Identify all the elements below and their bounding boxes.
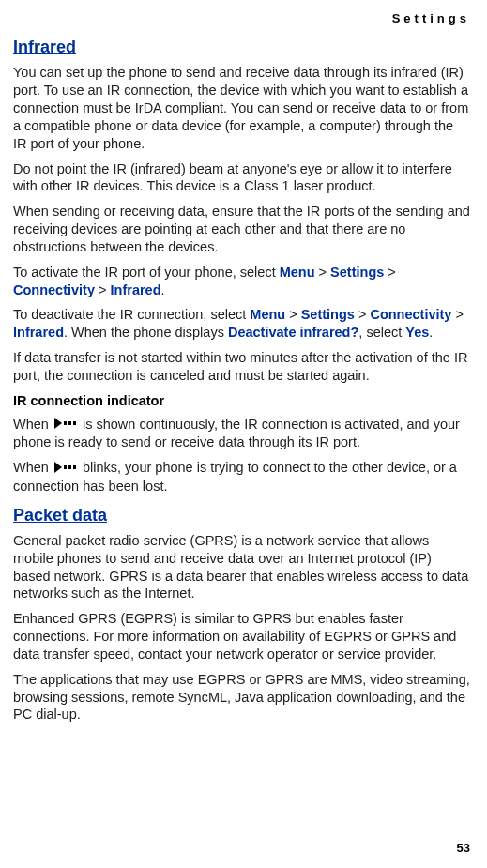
menu-path-menu: Menu [250,307,285,322]
ir-indicator-continuous: When is shown continuously, the IR conne… [13,416,470,451]
infrared-deactivate: To deactivate the IR connection, select … [13,306,470,342]
svg-rect-3 [73,421,76,425]
svg-marker-4 [54,462,62,473]
infrared-warning: Do not point the IR (infrared) beam at a… [13,160,470,196]
svg-rect-7 [73,465,76,469]
ir-indicator-heading: IR connection indicator [13,392,470,410]
menu-path-settings: Settings [301,307,355,322]
infrared-heading: Infrared [13,37,470,58]
text-suffix: . [161,282,165,297]
menu-path-infrared: Infrared [13,325,64,340]
svg-rect-1 [64,421,67,425]
sep: > [315,265,331,280]
menu-path-settings: Settings [330,265,384,280]
svg-rect-5 [64,465,67,469]
deactivate-prompt: Deactivate infrared? [228,325,358,340]
sep: > [95,282,111,297]
text-prefix: To deactivate the IR connection, select [13,307,250,322]
menu-path-menu: Menu [280,265,315,280]
yes-option: Yes [405,325,429,340]
menu-path-connectivity: Connectivity [13,282,95,297]
text-suffix: is shown continuously, the IR connection… [13,417,460,450]
text-suffix: . [429,325,433,340]
infrared-activate: To activate the IR port of your phone, s… [13,264,470,299]
packet-data-apps: The applications that may use EGPRS or G… [13,671,470,724]
svg-rect-2 [68,421,71,425]
menu-path-connectivity: Connectivity [370,307,451,322]
svg-marker-0 [54,418,62,429]
sep: > [384,265,396,280]
text-prefix: When [13,460,53,475]
packet-data-egprs: Enhanced GPRS (EGPRS) is similar to GPRS… [13,610,470,663]
text-mid2: , select [358,325,405,340]
infrared-usage: When sending or receiving data, ensure t… [13,203,470,256]
page-number: 53 [457,841,470,857]
text-suffix: blinks, your phone is trying to connect … [13,460,457,494]
ir-indicator-blinking: When blinks, your phone is trying to con… [13,459,470,495]
infrared-intro: You can set up the phone to send and rec… [13,64,470,152]
text-prefix: To activate the IR port of your phone, s… [13,265,280,280]
ir-icon [54,416,77,434]
packet-data-intro: General packet radio service (GPRS) is a… [13,532,470,602]
infrared-timeout: If data transfer is not started within t… [13,349,470,385]
sep: > [285,307,301,322]
sep: > [355,307,371,322]
text-prefix: When [13,417,53,432]
page-header: Settings [13,11,470,27]
svg-rect-6 [68,465,71,469]
sep: > [451,307,464,322]
ir-icon [54,460,77,478]
text-mid: . When the phone displays [64,325,228,340]
packet-data-heading: Packet data [13,505,470,526]
menu-path-infrared: Infrared [111,282,161,297]
